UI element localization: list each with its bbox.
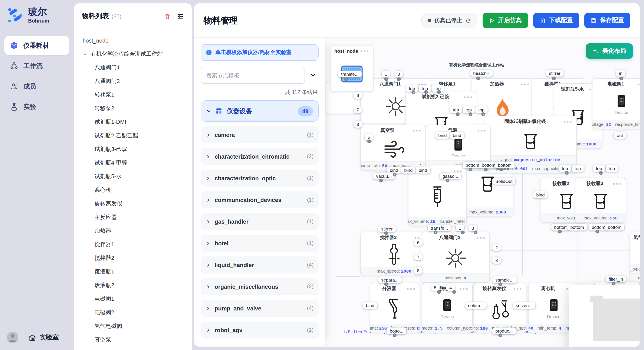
port-pill-out[interactable]: out — [614, 132, 626, 139]
tree-item[interactable]: 离心机 — [74, 183, 192, 197]
port-pill-separa[interactable]: separa... — [378, 276, 402, 283]
port-pill-top[interactable]: top — [559, 165, 571, 172]
port-pill-top[interactable]: top — [475, 106, 488, 113]
flow-node-氢气气源[interactable]: 氢气气源●●●Device_type: hydrogenmax_pre: — [630, 232, 640, 283]
tree-item[interactable]: 搅拌器1 — [74, 238, 192, 251]
save-config-button[interactable]: 保存配置 — [584, 13, 630, 28]
chevron-collapse-icon[interactable] — [308, 72, 318, 79]
tree-item[interactable]: 八通阀门1 — [74, 61, 192, 74]
port-pill-6[interactable]: 6 — [414, 239, 422, 246]
sidebar-item-experiments[interactable]: 实验 — [4, 97, 70, 117]
sidebar-item-workflow[interactable]: 工作流 — [4, 56, 70, 76]
node-menu-icon[interactable]: ●●● — [464, 95, 473, 99]
port-pill-filterin[interactable]: filter_in — [606, 276, 626, 282]
template-group-pump_and_valve[interactable]: pump_and_valve(4) — [200, 300, 318, 317]
template-group-organic_miscellaneous[interactable]: organic_miscellaneous(2) — [200, 278, 318, 295]
port-pill-8[interactable]: 8 — [354, 121, 362, 128]
port-pill-8[interactable]: 8 — [394, 71, 403, 77]
flow-node-host_node[interactable]: host_node●●● — [330, 45, 374, 92]
node-menu-icon[interactable]: ●●● — [459, 286, 469, 291]
tree-item[interactable]: 废液瓶1 — [74, 265, 192, 279]
port-pill-4[interactable]: 4 — [446, 284, 455, 291]
node-menu-icon[interactable]: ●●● — [521, 82, 530, 86]
tree-item[interactable]: 试剂瓶5-水 — [74, 170, 192, 183]
port-pill-gasso[interactable]: gasso... — [440, 173, 461, 179]
node-menu-icon[interactable]: ●●● — [412, 128, 422, 133]
tree-item[interactable]: 真空泵 — [74, 333, 192, 347]
refresh-icon[interactable] — [466, 18, 471, 23]
port-pill-2[interactable]: 2 — [492, 244, 501, 251]
trash-icon[interactable] — [164, 13, 171, 20]
flow-node-接收瓶3[interactable]: 接收瓶3●●●max_volume: 250 — [575, 178, 626, 223]
tree-item[interactable]: 试剂瓶2-乙酸乙酯 — [74, 129, 192, 143]
flow-node-分液器[interactable]: 分液器●●●volume: 250has_phases: true — [370, 283, 420, 333]
port-pill-transfe[interactable]: transfe... — [338, 71, 362, 77]
template-group-characterization_chromatic[interactable]: characterization_chromatic(2) — [200, 148, 318, 165]
port-pill-bind[interactable]: bind — [533, 191, 548, 198]
node-menu-icon[interactable]: ●●● — [454, 169, 463, 173]
collapse-panel-icon[interactable] — [177, 13, 184, 20]
tree-item[interactable]: 转移泵1 — [74, 88, 192, 102]
node-menu-icon[interactable]: ●●● — [563, 119, 573, 124]
node-menu-icon[interactable]: ●●● — [476, 235, 486, 240]
port-pill-bind[interactable]: bind — [416, 167, 430, 174]
node-menu-icon[interactable]: ●●● — [477, 128, 487, 133]
port-pill-heatchill[interactable]: heatchill — [470, 70, 492, 77]
tree-item[interactable]: 八通阀门2 — [74, 74, 192, 88]
tree-item[interactable]: 试剂瓶1-DMF — [74, 115, 192, 129]
tree-item[interactable]: 试剂瓶3-己烷 — [74, 143, 192, 156]
template-group-robot_agv[interactable]: robot_agv(1) — [200, 322, 318, 339]
start-simulation-button[interactable]: 开启仿真 — [482, 13, 528, 28]
tree-item[interactable]: 搅拌器2 — [74, 251, 192, 265]
template-group-hotel[interactable]: hotel(1) — [200, 235, 318, 252]
node-menu-icon[interactable]: ●●● — [638, 82, 640, 86]
port-pill-8[interactable]: 8 — [414, 267, 422, 274]
template-group-camera[interactable]: camera(1) — [200, 126, 318, 143]
port-pill-bind[interactable]: bind — [435, 132, 450, 139]
port-pill-top[interactable]: top — [450, 106, 462, 113]
port-pill-5[interactable]: 5 — [431, 284, 440, 291]
port-pill-sample[interactable]: sample... — [492, 276, 516, 283]
template-group-communication_devices[interactable]: communication_devices(1) — [200, 191, 318, 208]
template-group-characterization_optic[interactable]: characterization_optic(1) — [200, 170, 318, 187]
node-menu-icon[interactable]: ●●● — [360, 49, 370, 53]
port-pill-bind[interactable]: bind — [401, 167, 416, 174]
beautify-layout-button[interactable]: 美化布局 — [586, 43, 633, 59]
flow-node-电磁阀1[interactable]: 电磁阀1●●●Devicevoltage: 12response_time: 0… — [592, 78, 640, 129]
tree-item[interactable]: 试剂瓶4-甲醇 — [74, 156, 192, 170]
template-group-gas_handler[interactable]: gas_handler(1) — [200, 213, 318, 230]
search-input[interactable] — [200, 67, 305, 84]
simulation-status-pill[interactable]: 仿真已停止 — [421, 13, 478, 28]
node-menu-icon[interactable]: ●●● — [613, 181, 622, 186]
port-pill-top[interactable]: top — [606, 165, 618, 172]
tree-item[interactable]: 氢气电磁阀 — [74, 319, 192, 333]
avatar[interactable] — [7, 332, 18, 343]
port-pill-7[interactable]: 7 — [354, 106, 362, 113]
port-pill-top[interactable]: top — [572, 165, 584, 172]
tree-group-workstation[interactable]: 有机化学流程综合测试工作站 — [74, 47, 192, 61]
port-pill-7[interactable]: 7 — [414, 253, 422, 260]
sidebar-item-instruments[interactable]: 仪器耗材 — [4, 36, 70, 55]
port-pill-top[interactable]: top — [462, 106, 475, 113]
port-pill-solven[interactable]: solven... — [513, 302, 536, 309]
flow-node-八通阀门2[interactable]: 八通阀门2●●●positions: 8 — [421, 232, 490, 283]
flow-node-真空泵[interactable]: 真空泵●●●pump_rate: 50max_vacuum: 0.1 — [360, 125, 426, 171]
port-pill-1[interactable]: 1 — [382, 71, 390, 77]
port-pill-produc[interactable]: produc... — [492, 328, 516, 334]
port-pill-in[interactable]: in — [616, 70, 625, 77]
port-pill-3[interactable]: 3 — [492, 257, 501, 264]
tree-item[interactable]: 电磁阀2 — [74, 306, 192, 319]
node-menu-icon[interactable]: ●●● — [513, 286, 522, 291]
port-pill-colum[interactable]: colum... — [465, 302, 487, 309]
port-pill-stirrer[interactable]: stirrer — [378, 225, 396, 232]
port-pill-SolidOut[interactable]: SolidOut — [492, 178, 516, 184]
tree-item[interactable]: 加热器 — [74, 224, 192, 238]
port-pill-bind[interactable]: bind — [363, 302, 377, 309]
tree-item[interactable]: 主反应器 — [74, 210, 192, 224]
sidebar-item-lab[interactable]: 实验室 — [28, 334, 59, 342]
port-pill-bottom[interactable]: bottom — [567, 224, 587, 230]
port-pill-6[interactable]: 6 — [354, 92, 362, 99]
download-config-button[interactable]: 下载配置 — [533, 13, 579, 28]
tree-item[interactable]: 旋转蒸发仪 — [74, 197, 192, 210]
node-menu-icon[interactable]: ●●● — [406, 286, 416, 291]
